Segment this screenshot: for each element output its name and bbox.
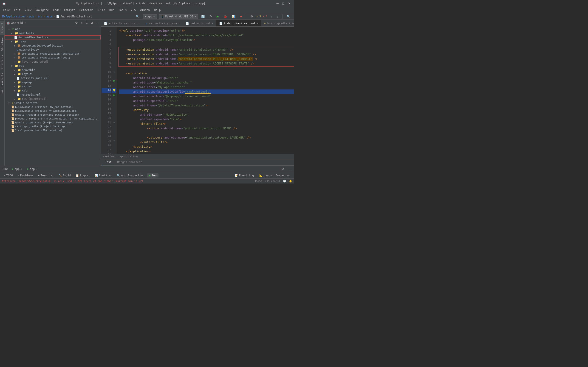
tree-item-gradle-scripts[interactable]: ▼ ⚙ Gradle Scripts — [5, 101, 101, 105]
tree-item-local-properties[interactable]: 📜 local.properties (SDK Location) — [5, 128, 101, 132]
breadcrumb-main[interactable]: main — [46, 15, 52, 18]
project-sort-btn[interactable]: ⇅ — [85, 21, 88, 25]
run-tab-close-2[interactable]: ✕ — [36, 168, 37, 170]
run-settings-btn[interactable]: ⚙ — [280, 167, 285, 171]
tree-item-drawable[interactable]: ▶ 📁 drawable — [5, 68, 101, 72]
profile-button[interactable]: 📊 — [230, 14, 237, 19]
tab-merged-manifest[interactable]: Merged Manifest — [115, 159, 144, 165]
breadcrumb-manifest[interactable]: manifest — [103, 155, 116, 158]
tool-problems[interactable]: ⚠ Problems — [16, 173, 35, 177]
tree-item-activity-main[interactable]: 📄 activity_main.xml — [5, 76, 101, 80]
tab-androidmanifest[interactable]: 📄 AndroidManifest.xml ✕ — [216, 20, 261, 26]
app-dropdown[interactable]: ▶ app ▾ — [143, 14, 157, 19]
tree-item-gradle-properties[interactable]: 📜 gradle.properties (Project Properties) — [5, 121, 101, 125]
tool-event-log[interactable]: 📝 Event Log — [233, 173, 256, 177]
tab-activity-main[interactable]: 📄 activity_main.xml ✕ — [101, 20, 143, 26]
structure-tab[interactable]: Structure — [0, 35, 4, 53]
run-tab-app-1[interactable]: ▶ app ✕ — [10, 167, 24, 171]
tab-close-mainactivity[interactable]: ✕ — [178, 22, 180, 25]
project-minimize-btn[interactable]: ─ — [95, 21, 99, 25]
menu-item-file[interactable]: File — [1, 8, 12, 12]
menu-item-tools[interactable]: Tools — [117, 8, 129, 12]
run-button[interactable]: ▶ — [215, 14, 220, 19]
minimize-button[interactable]: ─ — [276, 2, 280, 5]
project-collapse-btn[interactable]: ≡ — [80, 21, 83, 25]
tool-run[interactable]: ▶ Run — [147, 173, 158, 177]
tab-close-manifest[interactable]: ✕ — [257, 22, 258, 25]
tree-item-proguard[interactable]: 📜 proguard-rules.pro (ProGuard Rules for… — [5, 117, 101, 121]
tool-logcat[interactable]: 📋 Logcat — [74, 173, 92, 177]
tree-item-xml-folder[interactable]: ▼ 📁 xml — [5, 89, 101, 93]
menu-item-vcs[interactable]: VCS — [129, 8, 138, 12]
breadcrumb-src[interactable]: src — [37, 15, 43, 18]
tool-app-inspection[interactable]: 🔍 App Inspection — [115, 173, 146, 177]
menu-item-refactor[interactable]: Refactor — [78, 8, 95, 12]
tree-item-build-gradle-app[interactable]: 📜 build.gradle (Module: My_Application.a… — [5, 109, 101, 113]
tree-item-mipmap[interactable]: ▶ 📁 mipmap — [5, 80, 101, 84]
menu-item-window[interactable]: Window — [138, 8, 152, 12]
tree-item-com-main[interactable]: ▼ 📦 com.example.myapplication — [5, 44, 101, 48]
toolbar-search-icon[interactable]: 🔍 — [134, 14, 141, 19]
tool-build[interactable]: 🔨 Build — [57, 173, 73, 177]
menu-item-view[interactable]: View — [23, 8, 33, 12]
fold-end-filter[interactable]: ▼ — [113, 140, 115, 142]
device-dropdown[interactable]: 📱 Pixel 4 XL API 30 ▾ — [159, 14, 198, 19]
tree-item-manifests[interactable]: ▼ 📁 manifests — [5, 31, 101, 35]
project-tab[interactable]: Project — [0, 21, 4, 35]
tree-item-com-androidtest[interactable]: ▶ 📦 com.example.myapplication (androidTe… — [5, 52, 101, 56]
tree-item-build-gradle-project[interactable]: 📜 build.gradle (Project: My_Application) — [5, 105, 101, 109]
editor-content[interactable]: 1 2 3 4 5 6 7 8 9 10 11 12 13 14 15 16 1 — [101, 27, 294, 166]
menu-item-navigate[interactable]: Navigate — [34, 8, 51, 12]
tab-text[interactable]: Text — [103, 159, 114, 165]
tool-terminal[interactable]: ▶ Terminal — [36, 173, 56, 177]
tree-item-app[interactable]: ▼ ⬡ app — [5, 27, 101, 31]
tree-item-gradle-wrapper[interactable]: 📜 gradle-wrapper.properties (Gradle Vers… — [5, 113, 101, 117]
debug-button[interactable]: 🐞 — [222, 14, 229, 19]
project-settings-btn[interactable]: ⚙ — [74, 21, 78, 25]
run-tab-close-1[interactable]: ✕ — [20, 168, 22, 170]
favorites-tab[interactable]: Favorites — [0, 53, 4, 71]
nav-up-button[interactable]: ↑ — [269, 14, 274, 19]
breadcrumb-app[interactable]: app — [29, 15, 34, 18]
refresh-button[interactable]: ↻ — [208, 14, 213, 19]
menu-item-analyze[interactable]: Analyze — [62, 8, 77, 12]
sync-button[interactable]: 🔄 — [200, 14, 206, 19]
build-variants-tab[interactable]: Build Variants — [0, 71, 4, 96]
menu-item-code[interactable]: Code — [51, 8, 61, 12]
menu-item-run[interactable]: Run — [107, 8, 116, 12]
maximize-button[interactable]: □ — [282, 2, 285, 5]
tab-mainactivity[interactable]: ☕ MainActivity.java ✕ — [143, 20, 183, 26]
breadcrumb-application[interactable]: application — [120, 155, 138, 158]
tab-build-gradle[interactable]: ⚙ build.gradle (:app) ✕ — [261, 20, 294, 26]
project-gear-btn[interactable]: ⚙ — [90, 21, 94, 25]
tree-item-java[interactable]: ▼ 📁 java — [5, 40, 101, 44]
breadcrumb-myapp[interactable]: MyApplication4 — [2, 15, 26, 18]
tab-close-nettools[interactable]: ✕ — [212, 22, 213, 25]
run-minimize-btn[interactable]: ─ — [287, 167, 292, 171]
find-button[interactable]: 🔍 — [285, 14, 292, 19]
run-tab-app-2[interactable]: ▶ app ✕ — [26, 167, 39, 171]
tree-item-values[interactable]: ▶ 📁 values — [5, 84, 101, 89]
tree-item-mainactivity[interactable]: C MainActivity — [5, 48, 101, 52]
stop-button[interactable]: ■ — [239, 14, 243, 19]
menu-item-help[interactable]: Help — [152, 8, 163, 12]
breadcrumb-androidmanifest[interactable]: AndroidManifest.xml — [61, 15, 92, 18]
window-controls[interactable]: ─ □ ✕ — [276, 2, 292, 5]
menu-item-build[interactable]: Build — [95, 8, 107, 12]
tree-item-nettools[interactable]: 📄 nettools.xml — [5, 93, 101, 97]
tree-item-res-generated[interactable]: ▶ 📁 res (generated) — [5, 97, 101, 101]
code-area[interactable]: <?xml version="1.0" encoding="utf-8"?> <… — [116, 27, 294, 154]
fold-intent-filter[interactable]: ▼ — [113, 121, 115, 124]
tab-close-activity[interactable]: ✕ — [138, 22, 140, 25]
tool-layout-inspector[interactable]: 📐 Layout Inspector — [258, 173, 292, 177]
tree-item-com-test[interactable]: ▶ 📦 com.example.myapplication (test) — [5, 56, 101, 60]
tree-item-res[interactable]: ▼ 📁 res — [5, 64, 101, 68]
tree-item-java-generated[interactable]: ▶ 📁 java (generated) — [5, 60, 101, 64]
tree-item-androidmanifest[interactable]: 📄 AndroidManifest.xml — [5, 35, 101, 40]
tool-profiler[interactable]: 📊 Profiler — [93, 173, 114, 177]
nav-down-button[interactable]: ↓ — [275, 14, 280, 19]
tree-item-layout[interactable]: ▼ 📁 layout — [5, 72, 101, 76]
menu-item-edit[interactable]: Edit — [12, 8, 23, 12]
fold-application[interactable]: ▼ — [113, 71, 115, 73]
tool-todo[interactable]: ≡ TODO — [2, 173, 15, 177]
